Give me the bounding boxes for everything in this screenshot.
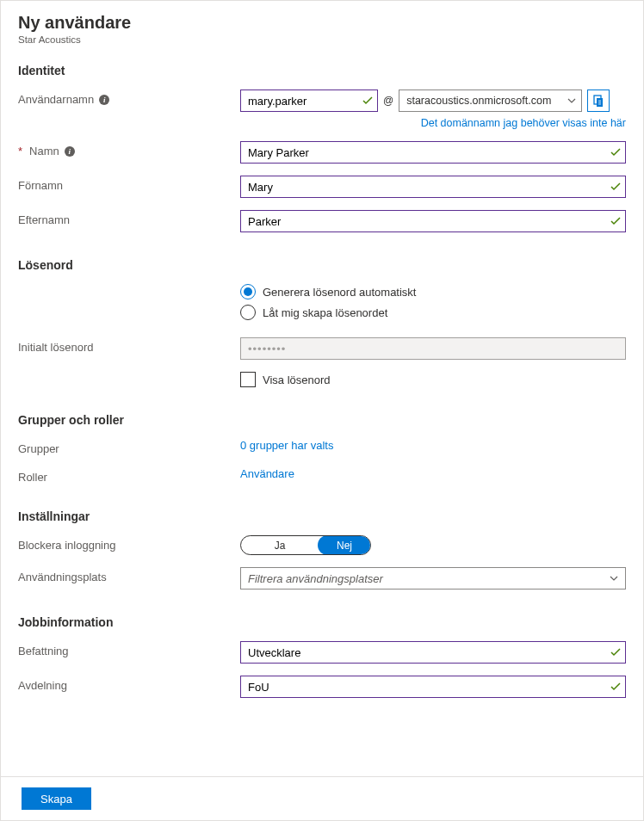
copy-button[interactable]	[587, 90, 610, 112]
at-symbol: @	[383, 95, 393, 107]
section-password: Lösenord Generera lösenord automatiskt L…	[18, 258, 626, 387]
label-job-title: Befattning	[18, 641, 240, 657]
label-username: Användarnamn i	[18, 90, 240, 106]
section-settings: Inställningar Blockera inloggning Ja Nej…	[18, 509, 626, 590]
label-department: Avdelning	[18, 676, 240, 692]
label-name: * Namn i	[18, 141, 240, 157]
section-title-job: Jobbinformation	[18, 615, 626, 629]
username-input[interactable]	[240, 90, 378, 112]
section-groups-roles: Grupper och roller Grupper 0 grupper har…	[18, 413, 626, 484]
info-icon[interactable]: i	[99, 95, 109, 105]
label-lastname: Efternamn	[18, 210, 240, 226]
usage-location-dropdown[interactable]: Filtrera användningsplatser	[240, 567, 626, 590]
page-title: Ny användare	[18, 13, 626, 33]
page-subtitle: Star Acoustics	[18, 34, 626, 45]
block-signin-toggle[interactable]: Ja Nej	[240, 535, 371, 555]
radio-icon	[240, 305, 256, 320]
roles-link[interactable]: Användare	[240, 467, 294, 480]
section-title-settings: Inställningar	[18, 509, 626, 523]
radio-manual-password[interactable]: Låt mig skapa lösenordet	[240, 305, 626, 320]
section-job-info: Jobbinformation Befattning Avdelning	[18, 615, 626, 698]
job-title-input[interactable]	[240, 641, 626, 664]
label-groups: Grupper	[18, 439, 240, 455]
checkbox-icon	[240, 372, 256, 387]
firstname-input[interactable]	[240, 176, 626, 198]
label-initial-password: Initialt lösenord	[18, 337, 240, 354]
toggle-no[interactable]: Nej	[318, 535, 371, 555]
section-title-password: Lösenord	[18, 258, 626, 272]
footer: Skapa	[1, 776, 643, 820]
section-title-groups: Grupper och roller	[18, 413, 626, 427]
section-title-identity: Identitet	[18, 64, 626, 77]
section-identity: Identitet Användarnamn i @ staracoustic	[18, 64, 626, 232]
chevron-down-icon	[567, 96, 576, 105]
label-block-signin: Blockera inloggning	[18, 535, 240, 552]
radio-auto-password[interactable]: Generera lösenord automatiskt	[240, 284, 626, 299]
label-firstname: Förnamn	[18, 176, 240, 192]
page-header: Ny användare Star Acoustics	[1, 1, 643, 52]
show-password-checkbox[interactable]: Visa lösenord	[240, 372, 626, 387]
groups-link[interactable]: 0 grupper har valts	[240, 439, 333, 452]
department-input[interactable]	[240, 676, 626, 698]
info-icon[interactable]: i	[65, 146, 75, 157]
label-usage-location: Användningsplats	[18, 567, 240, 583]
domain-dropdown[interactable]: staracoustics.onmicrosoft.com	[399, 90, 582, 112]
radio-icon	[240, 284, 256, 299]
label-roles: Roller	[18, 467, 240, 484]
domain-help-link[interactable]: Det domännamn jag behöver visas inte här	[240, 117, 626, 129]
create-button[interactable]: Skapa	[22, 787, 91, 810]
toggle-yes[interactable]: Ja	[241, 536, 319, 554]
lastname-input[interactable]	[240, 210, 626, 232]
chevron-down-icon	[610, 574, 618, 583]
name-input[interactable]	[240, 141, 626, 164]
initial-password-input	[240, 337, 626, 360]
